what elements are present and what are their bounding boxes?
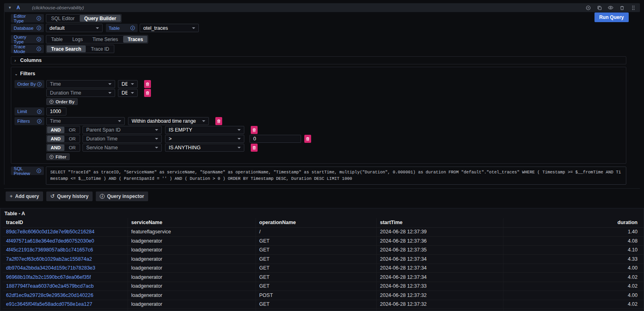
info-icon[interactable]: i <box>37 16 41 21</box>
trace-id-link[interactable]: 62df1ec9a29728c9e29536c20d140226 <box>6 292 93 298</box>
query-inspector-button[interactable]: i Query inspector <box>96 192 148 201</box>
editor-type-label: Editor Type i <box>11 14 44 23</box>
column-header-servicename[interactable]: serviceName <box>128 218 256 227</box>
trace-id-link[interactable]: db9704a2bbda34204d159c71b78283e3 <box>6 265 95 271</box>
chevron-down-icon <box>108 92 111 94</box>
query-type-logs[interactable]: Logs <box>68 36 87 43</box>
chevron-down-icon <box>131 92 134 94</box>
column-header-operationname[interactable]: operationName <box>256 218 377 227</box>
table-panel: Table - A traceID serviceName operationN… <box>0 208 644 311</box>
record-icon[interactable] <box>585 5 591 10</box>
filters-section-toggle[interactable]: ⌄ Filters <box>14 70 623 77</box>
info-icon[interactable]: i <box>37 119 41 124</box>
filter-field-select[interactable]: Time <box>46 117 125 125</box>
cell-traceid: 96968b10fa2b2c1590bc67dea06ef35f <box>3 273 128 282</box>
info-icon[interactable]: i <box>130 26 135 30</box>
info-icon[interactable]: i <box>37 169 41 173</box>
filter-operator-select[interactable]: IS EMPTY <box>165 126 244 134</box>
or-option[interactable]: OR <box>65 127 79 133</box>
filter-field-select[interactable]: Service Name <box>83 144 162 152</box>
order-by-direction-select[interactable]: DESC <box>118 89 138 97</box>
column-header-duration[interactable]: duration <box>504 218 644 227</box>
remove-filter-button[interactable] <box>304 135 311 143</box>
table-select[interactable]: otel_traces <box>140 24 199 32</box>
cell-duration: 1.40 <box>504 228 644 237</box>
query-history-button[interactable]: ↺ Query history <box>46 192 93 201</box>
cell-traceid: e91c3645f04fa5e58adcd0758e1ea127 <box>3 300 128 309</box>
cell-starttime: 2024-06-28 12:37:34 <box>377 273 504 282</box>
trace-mode-trace-search[interactable]: Trace Search <box>47 45 86 52</box>
cell-servicename: loadgenerator <box>128 264 256 273</box>
query-type-time-series[interactable]: Time Series <box>88 36 123 43</box>
trace-id-link[interactable]: 7a2f07ecf63c60b1029ab2ac155874a2 <box>6 256 92 262</box>
and-option[interactable]: AND <box>47 144 64 151</box>
info-icon[interactable]: i <box>37 26 41 30</box>
query-editor-row: ▼ A (clickhouse-observability) <box>4 3 640 204</box>
run-query-button[interactable]: Run Query <box>594 12 629 22</box>
columns-section-toggle[interactable]: › Columns <box>11 56 626 64</box>
column-header-starttime[interactable]: startTime <box>377 218 504 227</box>
cell-starttime: 2024-06-28 12:37:34 <box>377 255 504 264</box>
filter-value-input[interactable] <box>250 135 301 143</box>
info-icon[interactable]: i <box>37 109 41 114</box>
query-type-traces[interactable]: Traces <box>123 36 147 43</box>
trace-id-link[interactable]: e91c3645f04fa5e58adcd0758e1ea127 <box>6 301 92 307</box>
conjunction-toggle: AND OR <box>46 135 80 143</box>
filter-field-select[interactable]: Parent Span ID <box>83 126 162 134</box>
chevron-down-icon[interactable]: ▼ <box>8 6 12 10</box>
add-order-by-button[interactable]: + Order By <box>46 98 78 105</box>
column-header-traceid[interactable]: traceID <box>3 218 128 227</box>
info-icon[interactable]: i <box>37 47 41 51</box>
filter-operator-select[interactable]: > <box>165 135 244 143</box>
remove-order-by-button[interactable] <box>144 80 151 88</box>
trash-icon[interactable] <box>619 5 625 10</box>
cell-duration: 4.10 <box>504 246 644 255</box>
trace-id-link[interactable]: 4f45c21918c73698057a8b1c741657c6 <box>6 247 93 253</box>
drag-handle-icon[interactable] <box>630 5 636 10</box>
add-filter-button[interactable]: + Filter <box>46 153 70 160</box>
trace-id-link[interactable]: 1887794f7eaa6037d0e2a4579bcd7acb <box>6 283 94 289</box>
and-option[interactable]: AND <box>47 136 64 142</box>
plus-circle-icon: + <box>50 155 54 159</box>
cell-duration: 4.33 <box>504 255 644 264</box>
chevron-down-icon <box>155 147 158 148</box>
trash-icon <box>145 91 150 95</box>
remove-order-by-button[interactable] <box>144 89 151 97</box>
trash-icon <box>252 145 256 150</box>
table-row: 96968b10fa2b2c1590bc67dea06ef35floadgene… <box>3 273 644 282</box>
editor-type-sql-editor[interactable]: SQL Editor <box>47 15 79 22</box>
duplicate-icon[interactable] <box>597 5 602 10</box>
limit-input[interactable] <box>46 107 66 115</box>
filter-field-select[interactable]: Duration Time <box>83 135 162 143</box>
order-by-direction-select[interactable]: DESC <box>118 80 138 88</box>
remove-filter-button[interactable] <box>251 126 258 134</box>
remove-filter-button[interactable] <box>215 117 222 125</box>
eye-icon[interactable] <box>608 5 613 10</box>
add-query-button[interactable]: + Add query <box>6 192 43 201</box>
order-by-field-select[interactable]: Duration Time <box>46 89 115 97</box>
cell-operationname: GET <box>256 237 377 245</box>
trace-id-link[interactable]: 4f497571a618e364ed7ded60752030e0 <box>6 238 94 244</box>
filter-operator-select[interactable]: Within dashboard time range <box>128 117 209 125</box>
trace-id-link[interactable]: 96968b10fa2b2c1590bc67dea06ef35f <box>6 274 91 280</box>
remove-filter-button[interactable] <box>251 144 258 152</box>
table-panel-title: Table - A <box>0 208 644 218</box>
trash-icon <box>305 136 310 141</box>
conjunction-toggle: AND OR <box>46 126 80 134</box>
cell-servicename: loadgenerator <box>128 273 256 282</box>
database-select[interactable]: default <box>46 24 103 32</box>
info-icon[interactable]: i <box>37 82 41 87</box>
cell-operationname: GET <box>256 246 377 255</box>
order-by-field-select[interactable]: Time <box>46 80 115 88</box>
and-option[interactable]: AND <box>47 127 64 133</box>
editor-type-query-builder[interactable]: Query Builder <box>80 15 120 22</box>
info-icon[interactable]: i <box>37 37 41 41</box>
trace-id-link[interactable]: 89dc7e8c6060c0d12de7e9b50c216284 <box>6 229 95 235</box>
query-row-header[interactable]: ▼ A (clickhouse-observability) <box>4 3 640 12</box>
or-option[interactable]: OR <box>65 136 79 142</box>
order-by-label: Order By i <box>14 80 44 88</box>
trace-mode-trace-id[interactable]: Trace ID <box>87 45 114 52</box>
filter-operator-select[interactable]: IS ANYTHING <box>165 144 244 152</box>
or-option[interactable]: OR <box>65 144 79 151</box>
query-type-table[interactable]: Table <box>47 36 67 43</box>
